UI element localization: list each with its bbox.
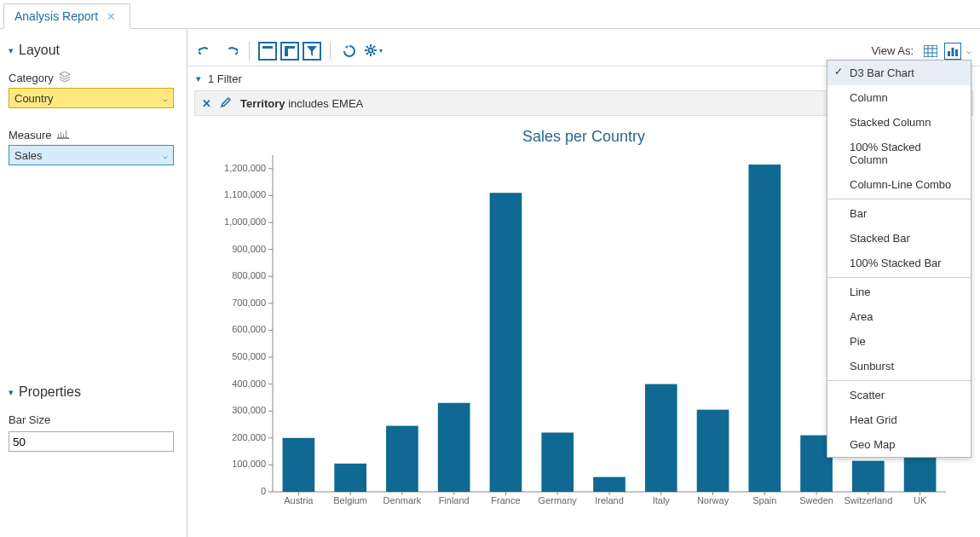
svg-rect-17 xyxy=(924,45,937,57)
svg-rect-7 xyxy=(285,46,288,56)
chevron-down-icon: ⌵ xyxy=(163,151,168,160)
ruler-icon xyxy=(57,129,69,141)
dropdown-item[interactable]: D3 Bar Chart xyxy=(827,61,971,85)
svg-text:0: 0 xyxy=(261,486,266,496)
dropdown-item[interactable]: Stacked Column xyxy=(827,110,971,135)
tab-title: Analysis Report xyxy=(14,9,98,23)
dropdown-item[interactable]: Stacked Bar xyxy=(827,226,971,251)
svg-text:800,000: 800,000 xyxy=(232,270,266,280)
refresh-button[interactable] xyxy=(339,41,360,61)
layout-single-button[interactable] xyxy=(258,42,277,61)
svg-text:700,000: 700,000 xyxy=(232,297,266,308)
chevron-down-icon[interactable]: ⌵ xyxy=(966,46,971,55)
dropdown-item[interactable]: Scatter xyxy=(827,383,971,407)
bar xyxy=(748,165,781,492)
x-tick-label: Spain xyxy=(752,495,776,505)
x-tick-label: France xyxy=(491,495,520,505)
remove-filter-button[interactable]: ✕ xyxy=(202,97,211,110)
svg-text:900,000: 900,000 xyxy=(232,244,266,254)
dropdown-item[interactable]: Line xyxy=(827,280,971,304)
section-properties-header[interactable]: ▾ Properties xyxy=(9,384,178,400)
svg-text:600,000: 600,000 xyxy=(232,324,266,334)
svg-text:200,000: 200,000 xyxy=(232,432,266,442)
category-label: Category xyxy=(9,72,54,84)
view-as-dropdown: D3 Bar ChartColumnStacked Column100% Sta… xyxy=(827,60,971,458)
bar xyxy=(697,410,729,492)
bar xyxy=(386,426,418,492)
dropdown-item[interactable]: 100% Stacked Bar xyxy=(827,251,971,275)
filter-text: Territory includes EMEA xyxy=(240,97,363,110)
svg-rect-23 xyxy=(952,48,954,56)
svg-text:100,000: 100,000 xyxy=(232,459,266,469)
dropdown-item[interactable]: Column-Line Combo xyxy=(827,172,971,197)
dropdown-item[interactable]: Bar xyxy=(827,201,971,226)
svg-text:1,200,000: 1,200,000 xyxy=(224,163,266,173)
svg-text:400,000: 400,000 xyxy=(232,378,266,389)
dropdown-item[interactable]: Pie xyxy=(827,329,971,354)
section-layout-header[interactable]: ▾ Layout xyxy=(9,43,178,58)
svg-rect-2 xyxy=(61,132,61,137)
x-tick-label: Norway xyxy=(697,495,729,505)
redo-button[interactable] xyxy=(220,41,240,61)
x-tick-label: Belgium xyxy=(333,495,367,505)
x-tick-label: Switzerland xyxy=(844,495,892,505)
svg-text:300,000: 300,000 xyxy=(232,405,266,415)
svg-rect-4 xyxy=(66,130,66,137)
layers-icon xyxy=(59,72,71,84)
svg-rect-0 xyxy=(57,137,69,139)
svg-line-16 xyxy=(373,46,375,48)
layout-label: Layout xyxy=(19,43,60,58)
svg-text:500,000: 500,000 xyxy=(232,351,266,361)
x-tick-label: Austria xyxy=(284,495,314,505)
chevron-down-icon: ▾ xyxy=(9,387,14,398)
svg-line-13 xyxy=(366,46,368,48)
x-tick-label: Italy xyxy=(653,495,671,505)
measure-value: Sales xyxy=(14,149,43,162)
bar xyxy=(593,477,625,492)
chevron-down-icon: ▾ xyxy=(9,45,14,56)
edit-filter-button[interactable] xyxy=(220,96,232,111)
x-tick-label: UK xyxy=(914,495,927,505)
category-select[interactable]: Country ⌵ xyxy=(9,88,174,108)
settings-button[interactable]: ▾ xyxy=(363,41,383,61)
tab-analysis-report[interactable]: Analysis Report ✕ xyxy=(3,3,130,29)
bar xyxy=(438,403,470,492)
svg-rect-22 xyxy=(948,51,950,56)
bar xyxy=(645,384,677,492)
x-tick-label: Germany xyxy=(539,495,578,505)
dropdown-item[interactable]: Geo Map xyxy=(827,432,971,457)
category-value: Country xyxy=(14,92,54,105)
bar xyxy=(334,464,366,492)
layout-split-button[interactable] xyxy=(280,42,299,61)
measure-label: Measure xyxy=(9,129,52,141)
chevron-down-icon: ▾ xyxy=(196,73,201,84)
svg-rect-3 xyxy=(63,134,64,137)
view-chart-button[interactable] xyxy=(944,43,961,60)
svg-rect-1 xyxy=(58,134,59,137)
dropdown-item[interactable]: Sunburst xyxy=(827,354,971,378)
filter-button[interactable] xyxy=(303,42,321,61)
dropdown-item[interactable]: 100% Stacked Column xyxy=(827,135,971,172)
close-icon[interactable]: ✕ xyxy=(107,10,116,23)
svg-rect-24 xyxy=(955,49,958,56)
svg-rect-5 xyxy=(262,46,273,49)
dropdown-item[interactable]: Column xyxy=(827,85,971,110)
properties-label: Properties xyxy=(19,384,81,400)
dropdown-item[interactable]: Heat Grid xyxy=(827,407,971,432)
undo-button[interactable] xyxy=(196,41,216,61)
measure-select[interactable]: Sales ⌵ xyxy=(9,145,174,165)
svg-point-8 xyxy=(368,48,372,52)
bar xyxy=(852,461,885,492)
bar xyxy=(283,438,315,492)
svg-text:1,000,000: 1,000,000 xyxy=(224,217,266,227)
view-table-button[interactable] xyxy=(922,43,939,60)
filter-count: 1 Filter xyxy=(208,72,242,85)
x-tick-label: Denmark xyxy=(383,495,422,505)
sidebar: ▾ Layout Category Country ⌵ Measure xyxy=(0,29,187,537)
bar-size-label: Bar Size xyxy=(9,413,50,426)
bar-size-input[interactable] xyxy=(9,431,174,452)
view-as-label: View As: xyxy=(871,44,914,57)
dropdown-item[interactable]: Area xyxy=(827,304,971,329)
bar xyxy=(490,193,522,492)
x-tick-label: Finland xyxy=(439,495,470,505)
